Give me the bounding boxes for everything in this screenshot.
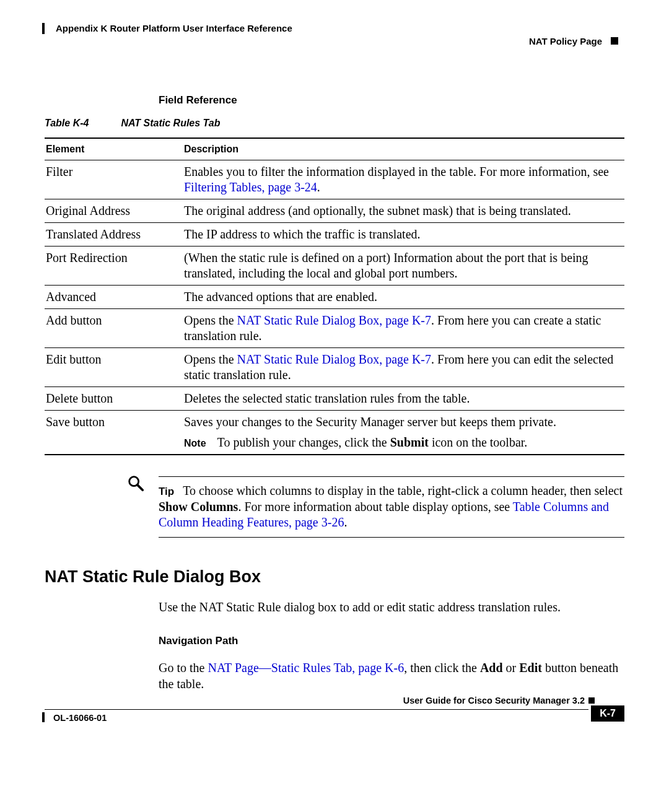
svg-line-1 xyxy=(138,485,142,490)
section-title: NAT Static Rule Dialog Box xyxy=(45,567,624,587)
tip-label: Tip xyxy=(159,486,174,497)
show-columns-bold: Show Columns xyxy=(159,500,238,513)
header-section: NAT Policy Page xyxy=(529,36,602,46)
cell-description: (When the static rule is defined on a po… xyxy=(183,247,624,286)
tip-block: TipTo choose which columns to display in… xyxy=(45,476,624,538)
footer-doc-number: OL-16066-01 xyxy=(53,713,107,723)
table-row: Original Address The original address (a… xyxy=(45,199,624,223)
add-bold: Add xyxy=(480,661,503,674)
table-row: Save button Saves your changes to the Se… xyxy=(45,411,624,455)
cell-element: Original Address xyxy=(45,199,183,223)
note-label: Note xyxy=(184,438,206,448)
cell-element: Edit button xyxy=(45,348,183,387)
link-nat-static-rule-dialog[interactable]: NAT Static Rule Dialog Box, page K-7 xyxy=(237,352,431,366)
cell-description: Enables you to filter the information di… xyxy=(183,160,624,199)
table-number: Table K-4 xyxy=(45,118,89,128)
intro-paragraph: Use the NAT Static Rule dialog box to ad… xyxy=(159,599,624,615)
table-title: NAT Static Rules Tab xyxy=(121,118,220,128)
navigation-path-heading: Navigation Path xyxy=(159,635,624,647)
page-footer: User Guide for Cisco Security Manager 3.… xyxy=(45,704,624,731)
table-row: Filter Enables you to filter the informa… xyxy=(45,160,624,199)
cell-description: The IP address to which the traffic is t… xyxy=(183,223,624,247)
page-header: Appendix K Router Platform User Interfac… xyxy=(45,21,624,38)
cell-description: Saves your changes to the Security Manag… xyxy=(183,411,624,455)
cell-description: The original address (and optionally, th… xyxy=(183,199,624,223)
link-nat-static-rule-dialog[interactable]: NAT Static Rule Dialog Box, page K-7 xyxy=(237,313,431,327)
cell-description: Opens the NAT Static Rule Dialog Box, pa… xyxy=(183,309,624,348)
cell-description: Opens the NAT Static Rule Dialog Box, pa… xyxy=(183,348,624,387)
cell-element: Save button xyxy=(45,411,183,455)
magnifier-icon xyxy=(126,474,145,492)
edit-bold: Edit xyxy=(519,661,542,674)
cell-description: The advanced options that are enabled. xyxy=(183,286,624,309)
header-square-icon xyxy=(611,37,618,45)
nat-static-rules-table: Element Description Filter Enables you t… xyxy=(45,138,624,455)
footer-page-number: K-7 xyxy=(591,705,624,722)
col-element: Element xyxy=(45,138,183,160)
link-nat-page-static-rules[interactable]: NAT Page—Static Rules Tab, page K-6 xyxy=(208,661,404,674)
header-left-mark xyxy=(42,23,45,34)
field-reference-heading: Field Reference xyxy=(159,94,624,107)
cell-element: Advanced xyxy=(45,286,183,309)
cell-element: Filter xyxy=(45,160,183,199)
table-row: Port Redirection (When the static rule i… xyxy=(45,247,624,286)
table-caption: Table K-4NAT Static Rules Tab xyxy=(45,118,624,129)
submit-bold: Submit xyxy=(390,435,429,449)
table-row: Delete button Deletes the selected stati… xyxy=(45,387,624,411)
table-row: Advanced The advanced options that are e… xyxy=(45,286,624,309)
cell-element: Port Redirection xyxy=(45,247,183,286)
footer-left-mark xyxy=(42,712,45,722)
header-appendix: Appendix K Router Platform User Interfac… xyxy=(56,23,292,33)
col-description: Description xyxy=(183,138,624,160)
table-row: Translated Address The IP address to whi… xyxy=(45,223,624,247)
table-row: Edit button Opens the NAT Static Rule Di… xyxy=(45,348,624,387)
footer-square-icon xyxy=(588,697,595,704)
footer-guide-title: User Guide for Cisco Security Manager 3.… xyxy=(400,696,585,705)
cell-description: Deletes the selected static translation … xyxy=(183,387,624,411)
cell-element: Delete button xyxy=(45,387,183,411)
footer-rule xyxy=(45,709,588,710)
cell-element: Translated Address xyxy=(45,223,183,247)
navigation-path: Go to the NAT Page—Static Rules Tab, pag… xyxy=(159,660,624,692)
cell-element: Add button xyxy=(45,309,183,348)
table-row: Add button Opens the NAT Static Rule Dia… xyxy=(45,309,624,348)
link-filtering-tables[interactable]: Filtering Tables, page 3-24 xyxy=(184,180,317,194)
